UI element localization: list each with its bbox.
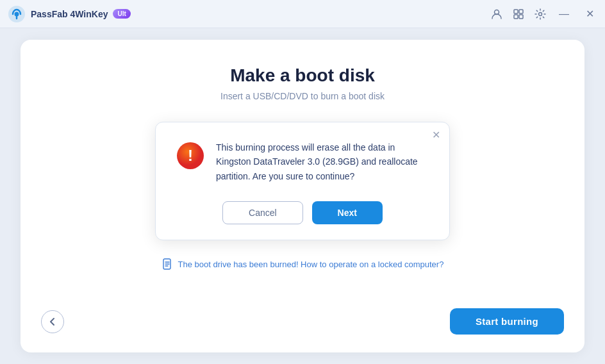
app-title: PassFab 4WinKey <box>31 9 108 19</box>
back-button[interactable] <box>41 310 64 333</box>
minimize-button[interactable]: — <box>556 6 572 22</box>
dialog-body: ! This burning process will erase all th… <box>176 140 429 183</box>
confirmation-dialog: ✕ ! This burning process will erase all … <box>155 122 450 240</box>
warning-icon: ! <box>176 142 204 170</box>
next-button[interactable]: Next <box>312 201 383 224</box>
close-button[interactable]: ✕ <box>582 6 597 22</box>
back-icon <box>48 317 57 326</box>
bottom-bar: Start burning <box>41 308 564 335</box>
user-icon[interactable] <box>491 8 502 20</box>
document-icon <box>162 258 173 270</box>
start-burning-button[interactable]: Start burning <box>450 308 564 335</box>
page-subtitle: Insert a USB/CD/DVD to burn a boot disk <box>220 91 385 101</box>
grid-icon[interactable] <box>513 8 524 20</box>
svg-rect-6 <box>519 15 523 19</box>
svg-text:!: ! <box>188 147 193 164</box>
cancel-button[interactable]: Cancel <box>222 201 303 224</box>
settings-icon[interactable] <box>535 8 546 20</box>
main-content: Make a boot disk Insert a USB/CD/DVD to … <box>0 28 605 364</box>
svg-rect-3 <box>514 10 518 13</box>
svg-point-7 <box>539 12 542 15</box>
boot-link[interactable]: The boot drive has been burned! How to o… <box>162 258 444 270</box>
dialog-actions: Cancel Next <box>176 201 429 224</box>
main-card: Make a boot disk Insert a USB/CD/DVD to … <box>21 40 584 352</box>
titlebar-left: PassFab 4WinKey Ult <box>8 5 131 23</box>
svg-rect-4 <box>519 10 523 13</box>
page-title: Make a boot disk <box>230 65 375 86</box>
titlebar: PassFab 4WinKey Ult — <box>0 0 605 28</box>
badge-ult: Ult <box>113 9 130 19</box>
svg-rect-5 <box>514 15 518 19</box>
app-logo <box>8 5 26 23</box>
titlebar-right: — ✕ <box>491 6 597 22</box>
dialog-message: This burning process will erase all the … <box>216 140 429 183</box>
dialog-close-button[interactable]: ✕ <box>432 130 440 140</box>
